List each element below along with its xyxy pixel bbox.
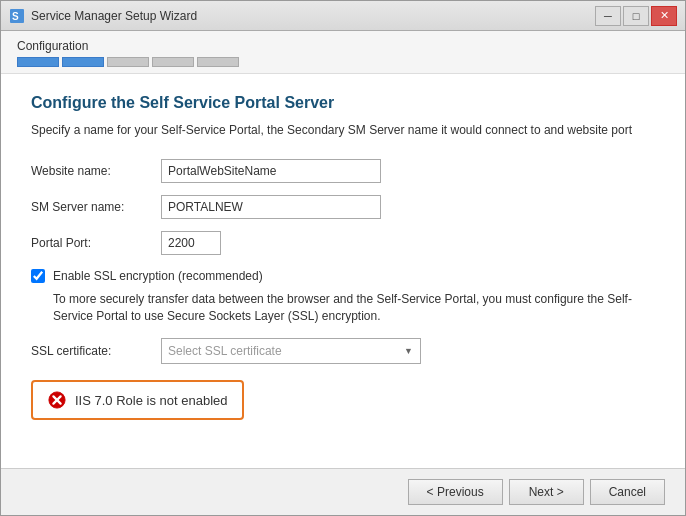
section-title: Configure the Self Service Portal Server: [31, 94, 655, 112]
error-icon: [47, 390, 67, 410]
ssl-cert-row: SSL certificate: Select SSL certificate: [31, 338, 655, 364]
progress-seg-1: [17, 57, 59, 67]
cancel-button[interactable]: Cancel: [590, 479, 665, 505]
window-title: Service Manager Setup Wizard: [31, 9, 197, 23]
error-text: IIS 7.0 Role is not enabled: [75, 393, 228, 408]
minimize-button[interactable]: ─: [595, 6, 621, 26]
main-window: S Service Manager Setup Wizard ─ □ ✕ Con…: [0, 0, 686, 516]
website-name-row: Website name:: [31, 159, 655, 183]
ssl-checkbox[interactable]: [31, 269, 45, 283]
ssl-note: To more securely transfer data between t…: [53, 291, 655, 325]
progress-seg-3: [107, 57, 149, 67]
progress-area: Configuration: [1, 31, 685, 74]
app-icon: S: [9, 8, 25, 24]
footer: < Previous Next > Cancel: [1, 468, 685, 515]
main-content: Configure the Self Service Portal Server…: [1, 74, 685, 468]
portal-port-label: Portal Port:: [31, 236, 161, 250]
ssl-checkbox-label: Enable SSL encryption (recommended): [53, 267, 263, 285]
progress-seg-4: [152, 57, 194, 67]
progress-seg-5: [197, 57, 239, 67]
website-name-input[interactable]: [161, 159, 381, 183]
close-button[interactable]: ✕: [651, 6, 677, 26]
svg-text:S: S: [12, 11, 19, 22]
progress-seg-2: [62, 57, 104, 67]
error-box: IIS 7.0 Role is not enabled: [31, 380, 244, 420]
previous-button[interactable]: < Previous: [408, 479, 503, 505]
portal-port-row: Portal Port:: [31, 231, 655, 255]
sm-server-input[interactable]: [161, 195, 381, 219]
ssl-cert-label: SSL certificate:: [31, 344, 161, 358]
progress-track: [17, 57, 669, 67]
ssl-checkbox-row: Enable SSL encryption (recommended): [31, 267, 655, 285]
website-name-label: Website name:: [31, 164, 161, 178]
window-controls: ─ □ ✕: [595, 6, 677, 26]
portal-port-input[interactable]: [161, 231, 221, 255]
ssl-select-wrapper: Select SSL certificate: [161, 338, 421, 364]
ssl-cert-select[interactable]: Select SSL certificate: [161, 338, 421, 364]
title-bar: S Service Manager Setup Wizard ─ □ ✕: [1, 1, 685, 31]
error-svg-icon: [48, 391, 66, 409]
next-button[interactable]: Next >: [509, 479, 584, 505]
title-bar-left: S Service Manager Setup Wizard: [9, 8, 197, 24]
maximize-button[interactable]: □: [623, 6, 649, 26]
section-description: Specify a name for your Self-Service Por…: [31, 122, 655, 139]
progress-label: Configuration: [17, 39, 669, 53]
sm-server-row: SM Server name:: [31, 195, 655, 219]
sm-server-label: SM Server name:: [31, 200, 161, 214]
